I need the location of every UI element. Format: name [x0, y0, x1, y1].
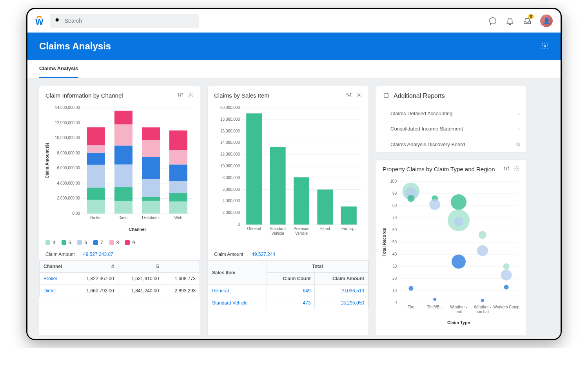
page-title: Claims Analysis [39, 41, 111, 52]
legend-item[interactable]: 7 [93, 240, 103, 245]
svg-point-148 [481, 299, 484, 302]
svg-text:Flood: Flood [320, 227, 330, 231]
app-logo[interactable]: W [35, 16, 44, 26]
svg-text:20: 20 [392, 276, 397, 281]
topbar: W 5 👤 [27, 9, 561, 33]
svg-point-8 [180, 95, 181, 96]
summary-value: 49,527,244 [252, 252, 275, 257]
gear-icon[interactable] [514, 165, 520, 173]
svg-point-144 [454, 217, 463, 226]
legend-item[interactable]: 4 [45, 240, 55, 245]
user-avatar[interactable]: 👤 [540, 14, 553, 27]
svg-rect-51 [169, 165, 187, 181]
svg-point-151 [504, 285, 509, 290]
filter-icon[interactable] [503, 165, 510, 173]
svg-rect-50 [169, 181, 187, 193]
svg-text:14,000,000: 14,000,000 [220, 140, 240, 145]
svg-text:Broker: Broker [90, 216, 102, 220]
legend-item[interactable]: 9 [125, 240, 135, 245]
table-row[interactable]: General64919,036,513 [208, 285, 368, 297]
svg-rect-37 [114, 145, 132, 164]
svg-text:20,000,000: 20,000,000 [220, 105, 240, 110]
svg-text:hail: hail [456, 310, 462, 314]
svg-point-147 [477, 245, 488, 256]
svg-rect-38 [114, 124, 132, 145]
tab-claims-analysis[interactable]: Claims Analysis [39, 60, 78, 78]
svg-text:18,000,000: 18,000,000 [220, 117, 240, 121]
svg-text:Weather -: Weather - [474, 305, 491, 309]
notifications-icon[interactable] [506, 16, 514, 25]
inbox-icon[interactable]: 5 [523, 16, 532, 25]
filter-icon[interactable] [346, 92, 352, 99]
legend-item[interactable]: 5 [62, 240, 71, 245]
svg-text:90: 90 [392, 191, 397, 196]
svg-point-62 [350, 93, 351, 94]
legend-item[interactable]: 6 [77, 240, 87, 245]
svg-text:Direct: Direct [118, 216, 129, 220]
card-title: Claim Information by Channel [45, 92, 123, 99]
svg-text:0.00: 0.00 [73, 211, 80, 216]
svg-point-137 [407, 195, 414, 202]
gear-icon[interactable] [356, 92, 362, 99]
legend-item[interactable]: 8 [109, 240, 119, 245]
svg-text:10,000,000: 10,000,000 [220, 164, 240, 168]
svg-text:14,000,000.00: 14,000,000.00 [55, 105, 80, 110]
svg-text:40: 40 [392, 252, 397, 256]
report-link[interactable]: Consolidated Income Statement› [376, 121, 526, 136]
svg-point-3 [544, 45, 546, 47]
card-title: Claims by Sales Item [214, 92, 269, 99]
svg-rect-52 [169, 150, 187, 165]
svg-point-104 [508, 167, 509, 168]
card-title: Additional Reports [394, 92, 445, 100]
svg-rect-29 [87, 165, 105, 188]
svg-text:Total Records: Total Records [382, 228, 387, 257]
stacked-bar-chart: 0.002,000,000.004,000,000.006,000,000.00… [43, 104, 196, 233]
table-row[interactable]: Direct1,660,792.001,841,240.002,893,293 [40, 285, 200, 297]
page-settings-icon[interactable] [541, 42, 549, 51]
global-search[interactable] [50, 14, 199, 28]
table-row[interactable]: Standard Vehicle47313,295,050 [208, 297, 368, 309]
svg-rect-31 [87, 145, 105, 152]
search-input[interactable] [65, 18, 194, 24]
bubble-chart: 0102030405060708090100FireTheft/B...Weat… [380, 178, 522, 326]
svg-rect-91 [294, 177, 309, 225]
svg-text:0: 0 [238, 222, 240, 227]
reports-icon [383, 92, 390, 100]
svg-rect-30 [87, 153, 105, 165]
svg-rect-28 [87, 187, 105, 199]
svg-text:2,000,000: 2,000,000 [223, 210, 240, 215]
svg-text:2,000,000.00: 2,000,000.00 [57, 196, 80, 200]
sales-item-table: Sales ItemTotalClaim CountClaim AmountGe… [208, 260, 368, 309]
chevron-right-icon: › [518, 111, 520, 116]
svg-text:Theft/B...: Theft/B... [427, 305, 443, 309]
report-link[interactable]: Claims Analysis Discovery Board⧉ [376, 136, 526, 152]
svg-text:Claim Amount ($): Claim Amount ($) [45, 143, 49, 178]
svg-text:80: 80 [392, 203, 397, 208]
svg-point-149 [503, 263, 510, 270]
svg-rect-98 [384, 94, 388, 97]
svg-point-7 [178, 94, 179, 95]
svg-line-1 [58, 21, 60, 22]
svg-point-9 [181, 93, 183, 94]
svg-text:8,000,000: 8,000,000 [223, 176, 240, 180]
svg-text:4,000,000: 4,000,000 [223, 199, 240, 203]
filter-icon[interactable] [177, 92, 183, 99]
svg-text:10,000,000.00: 10,000,000.00 [55, 136, 80, 140]
svg-text:non hail: non hail [475, 310, 489, 314]
report-link[interactable]: Claims Detailed Accounting› [376, 106, 526, 121]
svg-text:Distributor: Distributor [142, 216, 160, 220]
table-row[interactable]: Broker1,822,367.001,631,910.001,608,773 [40, 273, 200, 285]
gear-icon[interactable] [187, 92, 194, 99]
svg-point-0 [55, 18, 58, 21]
bar-chart: 02,000,0004,000,0006,000,0008,000,00010,… [212, 104, 365, 245]
external-link-icon: ⧉ [516, 141, 520, 147]
svg-text:8,000,000.00: 8,000,000.00 [57, 151, 80, 155]
svg-rect-42 [142, 197, 160, 201]
svg-text:Workers Comp: Workers Comp [493, 305, 519, 309]
svg-point-146 [479, 231, 486, 239]
svg-text:10: 10 [392, 288, 397, 293]
svg-text:Vehicle: Vehicle [271, 231, 284, 236]
chat-icon[interactable] [488, 16, 497, 25]
svg-point-105 [516, 168, 517, 169]
svg-rect-94 [317, 190, 333, 225]
